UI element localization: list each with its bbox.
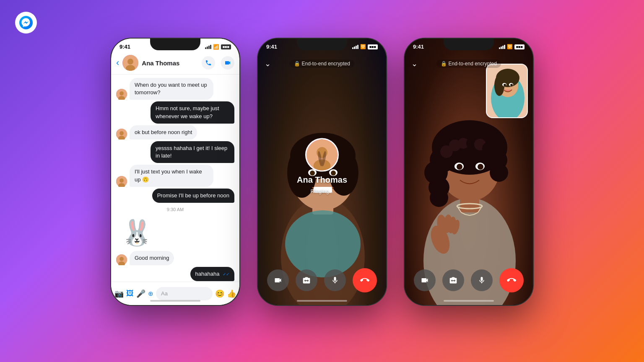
contact-avatar — [122, 55, 138, 71]
svg-point-55 — [482, 142, 495, 155]
voice-call-button[interactable] — [202, 56, 215, 70]
sticker: 🐰 — [121, 218, 153, 248]
phones-container: 9:41 📶 ■■■ ‹ — [0, 38, 644, 306]
svg-point-11 — [119, 178, 124, 183]
phone-active-call: 9:41 🛜 ■■■ ⌄ — [404, 38, 534, 306]
msg-avatar — [116, 254, 127, 265]
mute-button-3[interactable] — [471, 269, 493, 291]
phone-screen-2: 9:41 🛜 ■■■ ⌄ — [258, 39, 386, 305]
signal-bar-2 — [207, 47, 208, 49]
msg-row: hahahaha ✓✓ — [116, 267, 234, 281]
svg-point-74 — [510, 84, 513, 86]
chevron-down-icon-2[interactable]: ⌄ — [265, 59, 271, 68]
msg-row: When do you want to meet up tomorrow? — [116, 78, 234, 100]
signal-bar-3 — [208, 46, 210, 49]
svg-point-48 — [490, 163, 508, 182]
svg-point-30 — [314, 160, 331, 172]
mic-icon[interactable]: 🎤 — [136, 289, 145, 298]
phone-screen-3: 9:41 🛜 ■■■ ⌄ — [405, 39, 533, 305]
message-bubble: yessss hahaha I get it! I sleep in late! — [151, 141, 234, 163]
whatsapp-icon[interactable]: ⊕ — [148, 290, 153, 297]
contact-name: Ana Thomas — [142, 59, 198, 67]
signal-bar — [502, 46, 504, 49]
message-bubble: I'll just text you when I wake up 🙃 — [130, 165, 213, 186]
camera-icon[interactable]: 📷 — [114, 289, 124, 298]
msg-row: Promise I'll be up before noon — [116, 189, 234, 203]
encrypted-label-2: 🔒 End-to-end encrypted — [290, 59, 354, 68]
battery-icon-2: ■■■ — [368, 44, 378, 49]
msg-avatar — [116, 176, 127, 187]
lock-icon-3: 🔒 — [441, 61, 447, 67]
battery-icon-1: ■■■ — [221, 44, 231, 49]
chat-header: ‹ Ana Thomas — [111, 52, 239, 75]
msg-row: ok but before noon right — [116, 125, 234, 140]
message-bubble: Promise I'll be up before noon — [152, 189, 234, 203]
phone-notch-2 — [297, 39, 347, 50]
signal-bars-3 — [499, 45, 505, 49]
msg-row: yessss hahaha I get it! I sleep in late! — [116, 141, 234, 163]
back-button[interactable]: ‹ — [116, 57, 119, 68]
signal-bar — [501, 47, 502, 49]
video-controls-3 — [405, 268, 533, 292]
video-call-button[interactable] — [221, 56, 234, 70]
signal-bar-4 — [210, 45, 211, 49]
phone-notch-1 — [150, 39, 200, 50]
status-time-3: 9:41 — [413, 44, 424, 50]
home-indicator-1 — [150, 300, 200, 302]
status-icons-1: 📶 ■■■ — [205, 44, 231, 50]
video-toggle-button-3[interactable] — [414, 269, 436, 291]
svg-point-59 — [478, 164, 483, 170]
signal-bar — [352, 47, 353, 49]
status-icons-3: 🛜 ■■■ — [499, 44, 525, 49]
message-timestamp: 9:30 AM — [116, 207, 234, 212]
svg-point-5 — [119, 91, 124, 96]
msg-row: Hmm not sure, maybe just whenever we wak… — [116, 101, 234, 123]
svg-point-14 — [119, 257, 124, 261]
video-top-bar-3: ⌄ 🔒 End-to-end encrypted — [405, 59, 533, 68]
message-input[interactable]: Aa — [156, 287, 213, 300]
svg-point-57 — [457, 164, 462, 170]
signal-bars-2 — [352, 45, 358, 49]
like-icon[interactable]: 👍 — [227, 289, 236, 298]
video-screen-3: 9:41 🛜 ■■■ ⌄ — [405, 39, 533, 305]
status-icons-2: 🛜 ■■■ — [352, 44, 378, 49]
signal-bar — [499, 47, 500, 49]
pip-self-view[interactable] — [486, 64, 528, 118]
message-bubble: hahahaha ✓✓ — [190, 267, 234, 281]
signal-bar — [357, 45, 358, 49]
end-call-button-3[interactable] — [499, 268, 524, 292]
flip-camera-button-2[interactable] — [296, 269, 317, 291]
caller-avatar — [305, 138, 339, 172]
svg-point-8 — [119, 131, 124, 135]
signal-bar — [504, 45, 505, 49]
chat-header-actions — [202, 56, 234, 70]
phone-chat: 9:41 📶 ■■■ ‹ — [110, 38, 240, 306]
wifi-icon-2: 🛜 — [360, 44, 366, 49]
svg-point-73 — [504, 84, 506, 86]
signal-bar-1 — [205, 47, 206, 49]
wifi-icon-1: 📶 — [213, 44, 219, 50]
encrypted-label-3: 🔒 End-to-end encrypted — [436, 59, 501, 68]
message-bubble: When do you want to meet up tomorrow? — [130, 78, 213, 100]
gallery-icon[interactable]: 🖼 — [126, 289, 134, 298]
video-toggle-button-2[interactable] — [267, 269, 289, 291]
svg-point-49 — [430, 189, 448, 207]
caller-name: Ana Thomas — [297, 175, 347, 185]
lock-icon-2: 🔒 — [294, 61, 300, 67]
emoji-icon[interactable]: 😊 — [215, 289, 224, 298]
flip-camera-button-3[interactable] — [442, 269, 464, 291]
status-time-1: 9:41 — [119, 44, 130, 50]
msg-avatar — [116, 89, 127, 100]
phone-screen-1: 9:41 📶 ■■■ ‹ — [111, 39, 239, 305]
chevron-down-icon-3[interactable]: ⌄ — [411, 59, 418, 68]
messenger-logo — [15, 12, 37, 34]
message-bubble: ok but before noon right — [130, 125, 197, 140]
signal-bars-1 — [205, 45, 211, 49]
chat-messages: When do you want to meet up tomorrow? Hm… — [111, 75, 239, 287]
end-call-button-2[interactable] — [353, 268, 377, 292]
message-bubble: Hmm not sure, maybe just whenever we wak… — [151, 101, 234, 123]
phone-incoming-call: 9:41 🛜 ■■■ ⌄ — [257, 38, 387, 306]
call-status: Ringing... — [311, 188, 334, 194]
mute-button-2[interactable] — [324, 269, 346, 291]
wifi-icon-3: 🛜 — [507, 44, 513, 49]
